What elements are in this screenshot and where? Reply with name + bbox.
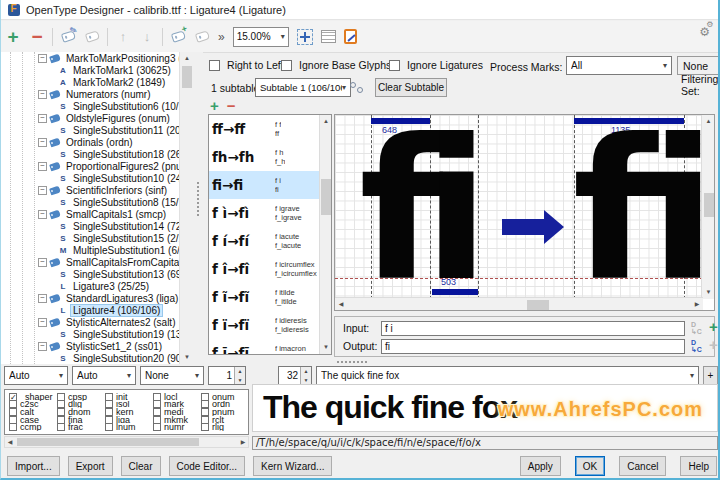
ligature-row[interactable]: f ï→fïf idieresisf_idieresis xyxy=(209,311,331,339)
tree-item[interactable]: −ProportionalFigures2 (pnum) xyxy=(1,160,179,172)
kern-wizard-button[interactable]: Kern Wizard... xyxy=(253,456,332,476)
feature-checkbox-item[interactable]: dnom xyxy=(55,408,103,416)
scroll-right-icon[interactable]: ▶ xyxy=(691,298,703,310)
feature-checkbox-item[interactable]: cpsp xyxy=(55,393,103,401)
apply-button[interactable]: Apply xyxy=(520,456,561,476)
ligature-row[interactable]: ff→fff fff xyxy=(209,115,331,143)
tree-item[interactable]: SSingleSubstitution13 (692/692) xyxy=(1,268,179,280)
ligature-row[interactable]: f ì→fìf igravef_igrave xyxy=(209,199,331,227)
feature-checkbox-item[interactable]: case xyxy=(7,416,55,424)
settings-gear-icon[interactable]: ⚙ xyxy=(699,25,710,39)
feature-checkbox-item[interactable]: numr xyxy=(151,423,199,431)
process-marks-select[interactable]: All ▾ xyxy=(566,56,672,75)
fit-to-view-icon[interactable] xyxy=(297,29,313,45)
canvas-horizontal-scrollbar[interactable]: ◀ ▶ xyxy=(335,297,703,310)
remove-icon[interactable]: − xyxy=(26,26,48,48)
tree-collapse-icon[interactable]: − xyxy=(38,138,47,147)
feature-checkbox-item[interactable]: lnum xyxy=(103,423,151,431)
ligature-row[interactable]: fh→fhf hf_h xyxy=(209,143,331,171)
scrollbar-thumb[interactable] xyxy=(182,66,192,88)
scroll-up-icon[interactable]: ▲ xyxy=(180,52,194,65)
add-icon[interactable]: + xyxy=(2,26,24,48)
tree-item[interactable]: −Numerators (numr) xyxy=(1,88,179,100)
ligature-row[interactable]: fi→fif ifi xyxy=(209,171,331,199)
decompose-output-icon[interactable]: D↳C xyxy=(691,339,705,353)
shaper-select-1[interactable]: Auto ▾ xyxy=(4,366,68,385)
zoom-select[interactable]: 15.00% ▾ xyxy=(233,27,289,47)
feature-checkbox-item[interactable]: liga xyxy=(103,416,151,424)
code-editor-button[interactable]: Code Editor... xyxy=(169,456,246,476)
tree-item[interactable]: SSingleSubstitution18 (26/26) xyxy=(1,148,179,160)
tree-item[interactable]: −SmallCapitals1 (smcp) xyxy=(1,208,179,220)
panel-splitter[interactable] xyxy=(193,52,203,364)
feature-checkbox-panel[interactable]: ✓_shaperc2sccaltcaseccmpcpspdligdnomfina… xyxy=(4,389,249,435)
tree-item[interactable]: SSingleSubstitution19 (137/137) xyxy=(1,328,179,340)
canvas-vertical-scrollbar[interactable]: ▲ ▼ xyxy=(701,115,714,299)
tree-collapse-icon[interactable]: − xyxy=(38,90,47,99)
move-up-icon[interactable]: ↑ xyxy=(112,26,134,48)
glyph-canvas[interactable]: 648 1135 503 f i ﬁ ▲ ▼ ◀ ▶ xyxy=(334,114,715,311)
tree-item[interactable]: AMarkToMark1 (30625) xyxy=(1,64,179,76)
tree-item[interactable]: SSingleSubstitution10 (24/24) xyxy=(1,172,179,184)
feature-checkbox-item[interactable]: fina xyxy=(55,416,103,424)
ligature-row[interactable]: f î→fîf icircumflexf_icircumflex xyxy=(209,255,331,283)
splitter-handle[interactable] xyxy=(337,361,367,363)
tree-collapse-icon[interactable]: − xyxy=(38,294,47,303)
tree-collapse-icon[interactable]: − xyxy=(38,162,47,171)
input-field[interactable]: f i xyxy=(381,321,685,336)
tree-collapse-icon[interactable]: − xyxy=(38,258,47,267)
add-tag-icon[interactable]: + xyxy=(167,26,189,48)
scroll-right-icon[interactable]: ▶ xyxy=(238,437,248,447)
tree-item[interactable]: MMultipleSubstitution1 (6/6) xyxy=(1,244,179,256)
tree-item[interactable]: SSingleSubstitution15 (2/2) xyxy=(1,232,179,244)
tree-scrollbar[interactable]: ▲ ▼ xyxy=(179,52,193,364)
mark-filtering-set-field[interactable]: None xyxy=(677,56,719,75)
scroll-up-icon[interactable]: ▲ xyxy=(320,115,332,128)
feature-checkbox-item[interactable]: ✓_shaper xyxy=(7,393,55,401)
glyph-string-field[interactable]: /T/h/e/space/q/u/i/c/k/space/fi/n/e/spac… xyxy=(252,436,718,450)
tree-item[interactable]: −StylisticAlternates2 (salt) xyxy=(1,316,179,328)
ligature-row[interactable]: f ĩ→fĩf itildef_itilde xyxy=(209,283,331,311)
add-input-icon[interactable]: + xyxy=(709,320,718,334)
feature-checkbox-item[interactable]: isol xyxy=(103,401,151,409)
variation-select[interactable]: None ▾ xyxy=(140,366,204,385)
tree-item[interactable]: SSingleSubstitution6 (10/10) xyxy=(1,100,179,112)
scrollbar-thumb[interactable] xyxy=(17,438,199,446)
feature-checkbox-item[interactable]: medi xyxy=(151,408,199,416)
tree-item[interactable]: SSingleSubstitution20 (90/90) xyxy=(1,352,179,364)
tree-collapse-icon[interactable]: − xyxy=(38,186,47,195)
scroll-up-icon[interactable]: ▲ xyxy=(702,115,715,128)
tree-item[interactable]: −SmallCapitalsFromCapitals (c2sc) xyxy=(1,256,179,268)
tree-item[interactable]: SSingleSubstitution8 (15/15) xyxy=(1,196,179,208)
grid-toggle-icon[interactable] xyxy=(321,30,336,43)
count-spinner[interactable]: 1 ▲▼ xyxy=(208,366,246,385)
tree-item[interactable]: −ScientificInferiors (sinf) xyxy=(1,184,179,196)
feature-checkbox-item[interactable]: calt xyxy=(7,408,55,416)
scrollbar-thumb[interactable] xyxy=(527,300,549,310)
feature-checkbox-item[interactable]: rclt xyxy=(199,416,247,424)
tree-item[interactable]: −StylisticSet1_2 (ss01) xyxy=(1,340,179,352)
sample-text-combobox[interactable]: The quick fine fox ▾ xyxy=(316,366,699,385)
feature-checkbox-item[interactable]: mkmk xyxy=(151,416,199,424)
feature-checkbox-item[interactable]: locl xyxy=(151,393,199,401)
import-button[interactable]: Import... xyxy=(7,456,60,476)
tree-item[interactable]: −MarkToMarkPositioning3 (mkmk) xyxy=(1,52,179,64)
scroll-down-icon[interactable]: ▼ xyxy=(320,341,332,354)
scroll-down-icon[interactable]: ▼ xyxy=(180,351,194,364)
scroll-left-icon[interactable]: ◀ xyxy=(335,298,347,310)
decompose-input-icon[interactable]: D↳C xyxy=(691,321,705,335)
feature-checkbox-item[interactable]: pnum xyxy=(199,408,247,416)
tree-item[interactable]: AMarkToMark2 (1849) xyxy=(1,76,179,88)
feature-checkbox-item[interactable]: init xyxy=(103,393,151,401)
feature-panel-scrollbar[interactable]: ◀ ▶ xyxy=(4,436,249,448)
help-button[interactable]: Help xyxy=(680,456,717,476)
cancel-button[interactable]: Cancel xyxy=(619,456,666,476)
tree-item[interactable]: −OldstyleFigures (onum) xyxy=(1,112,179,124)
shaper-select-2[interactable]: Auto ▾ xyxy=(72,366,136,385)
tree-item[interactable]: −StandardLigatures3 (liga) xyxy=(1,292,179,304)
feature-checkbox-item[interactable]: c2sc xyxy=(7,401,55,409)
add-ligature-icon[interactable]: + xyxy=(210,97,219,114)
remove-ligature-icon[interactable]: − xyxy=(227,97,236,114)
tree-collapse-icon[interactable]: − xyxy=(38,114,47,123)
feature-checkbox-item[interactable]: rlig xyxy=(199,423,247,431)
